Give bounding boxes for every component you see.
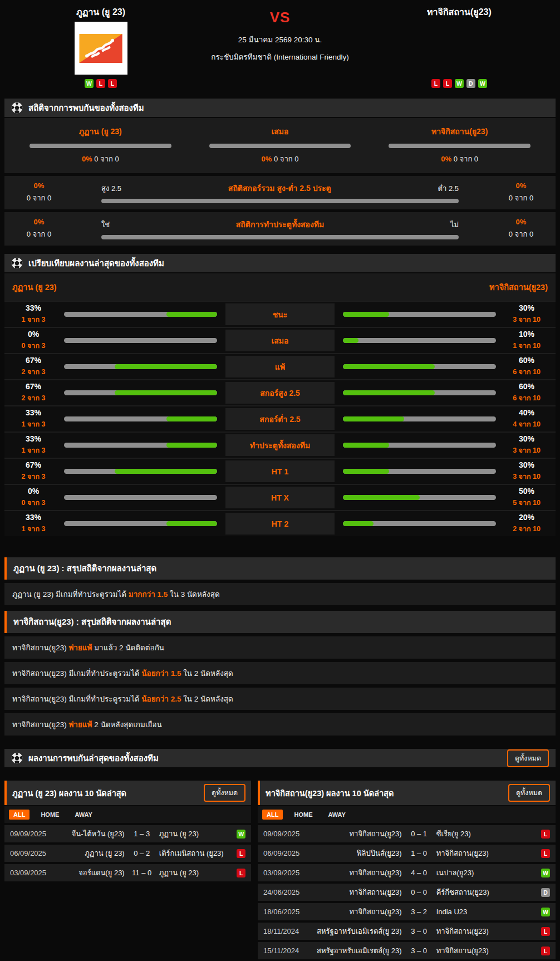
match-preview-page: ภูฏาน (ยู 23) WLL VS 25 มีนาคม 2569 [0,0,560,961]
result-badge-w: W [478,79,487,88]
view-all-h2h-button[interactable]: ดูทั้งหมด [507,749,549,767]
away-summary-title: ทาจิกิสถาน(ยู23) : สรุปสถิติจากผลงานล่าส… [4,611,556,633]
compare-row: 0%0 จาก 3 HT X 50%5 จาก 10 [4,484,556,510]
h2h-count: 0 จาก 0 [274,155,298,163]
compare-stat-label: สกอร์สูง 2.5 [225,382,335,404]
band-right-stat: 0%0 จาก 0 [494,218,548,240]
away-summary-rows: ทาจิกิสถาน(ยู23) พ่ายแพ้ มาแล้ว 2 นัดติด… [4,636,556,736]
match-row: 18/11/2024 สหรัฐอาหรับเอมิเรตส์(ยู 23) 3… [258,923,556,940]
view-all-home-button[interactable]: ดูทั้งหมด [204,784,245,802]
match-score: 0 – 1 [406,830,432,838]
match-info: VS 25 มีนาคม 2569 20:30 น. กระชับมิตรทีม… [180,7,380,88]
compare-stat-label: เสมอ [225,330,335,351]
progress-bar-track [389,144,530,148]
home-stat: 0%0 จาก 3 [11,330,56,351]
progress-bar-track [209,144,351,148]
compare-row: 0%0 จาก 3 เสมอ 10%1 จาก 10 [4,327,556,353]
band-right-stat: 0%0 จาก 0 [494,182,548,204]
match-score: 3 – 0 [406,947,432,955]
h2h-column: เสมอ 0% 0 จาก 0 [209,125,351,165]
h2h-column: ภูฏาน (ยู 23) 0% 0 จาก 0 [30,125,171,165]
away-stat: 60%6 จาก 10 [504,382,549,404]
home-progress-bar [64,312,217,317]
home-team-name: ภูฏาน (ยู 23) [76,7,125,18]
h2h-count: 0 จาก 0 [454,155,478,163]
home-progress-bar [64,495,217,500]
home-progress-bar [64,469,217,474]
band-left-stat: 0%0 จาก 0 [12,182,66,204]
band-left-stat: 0%0 จาก 0 [12,218,66,240]
home-progress-bar [64,364,217,369]
match-row: 24/06/2025 ทาจิกิสถาน(ยู23) 0 – 0 คีร์กี… [258,884,556,901]
home-stat: 67%2 จาก 3 [11,382,56,404]
h2h-percent: 0% [441,155,451,163]
tab-home[interactable]: HOME [36,810,63,820]
match-away-team: ภูฏาน (ยู 23) [159,867,229,879]
away-recent-header: ทาจิกิสถาน(ยู23) ผลงาน 10 นัดล่าสุด ดูทั… [258,781,556,805]
match-home-team: ทาจิกิสถาน(ยู23) [317,867,402,879]
match-header: ภูฏาน (ยู 23) WLL VS 25 มีนาคม 2569 [4,0,556,90]
result-badge-l: L [237,869,245,877]
vs-label: VS [270,9,291,26]
away-stat: 10%1 จาก 10 [504,330,549,351]
away-stat: 30%3 จาก 10 [504,460,549,482]
result-badge-l: L [443,79,452,88]
away-stat: 20%2 จาก 10 [504,513,549,535]
compare-stat-label: แพ้ [225,356,335,377]
match-home-team: สหรัฐอาหรับเอมิเรตส์(ยู 23) [317,925,402,937]
home-progress-bar [64,338,217,343]
home-stat: 67%2 จาก 3 [11,356,56,377]
result-badge-l: L [541,830,550,839]
away-progress-bar [343,338,496,343]
match-away-team: ทาจิกิสถาน(ยู23) [436,945,533,957]
away-stat: 30%3 จาก 10 [504,303,549,325]
result-badge-l: L [541,927,550,936]
tab-all[interactable]: ALL [9,810,30,820]
result-badge-d: D [541,888,550,897]
tab-home[interactable]: HOME [289,810,317,820]
result-badge-w: W [455,79,464,88]
match-away-team: ซีเรีย(ยู 23) [436,828,533,840]
away-progress-bar [343,390,496,395]
match-away-team: เติร์กเมนิสถาน (ยู23) [159,847,229,859]
tab-away[interactable]: AWAY [70,810,96,820]
away-stat: 30%3 จาก 10 [504,434,549,456]
h2h-percent: 0% [82,155,92,163]
compare-team-names: ภูฏาน (ยู 23) ทาจิกิสถาน(ยู23) [4,273,556,301]
away-recent-tabs: ALL HOME AWAY [258,806,556,823]
match-score: 4 – 0 [406,869,432,877]
progress-bar-track [101,199,459,203]
away-progress-bar [343,416,496,421]
progress-bar-track [30,144,171,148]
away-stat: 60%6 จาก 10 [504,356,549,377]
compare-panel-header: เปรียบเทียบผลงานล่าสุดของทั้งสองทีม [4,254,556,272]
summary-row: ทาจิกิสถาน(ยู23) มีเกมที่ทำประตูรวมได้ น… [4,688,556,710]
home-stat: 33%1 จาก 3 [11,408,56,430]
h2h-panel-title: สถิติจากการพบกันของทั้งสองทีม [28,101,144,115]
match-row: 18/06/2025 ทาจิกิสถาน(ยู23) 3 – 2 India … [258,903,556,920]
away-progress-bar [343,312,496,317]
away-team-block: ทาจิกิสถาน(ยู23) LLWDW [380,7,539,88]
h2h-column-label: ทาจิกิสถาน(ยู23) [389,125,530,138]
compare-row: 67%2 จาก 3 HT 1 30%3 จาก 10 [4,458,556,484]
result-badge-d: D [466,79,475,88]
compare-stat-label: สกอร์ต่ำ 2.5 [225,408,335,430]
tab-all[interactable]: ALL [262,810,283,820]
match-home-team: ทาจิกิสถาน(ยู23) [317,906,402,918]
highlighted-stat: พ่ายแพ้ [68,644,92,652]
football-icon [11,102,23,114]
result-badge-w: W [85,79,94,88]
h2h-column-label: เสมอ [209,125,351,138]
match-score: 1 – 3 [129,830,155,838]
highlighted-stat: มากกว่า 1.5 [129,590,168,599]
home-summary-rows: ภูฏาน (ยู 23) มีเกมที่ทำประตูรวมได้ มากก… [4,583,556,605]
band-left-label: ใช่ [101,219,110,231]
view-all-away-button[interactable]: ดูทั้งหมด [508,784,550,802]
band-title: สถิติสกอร์รวม สูง-ต่ำ 2.5 ประตู [121,182,438,194]
match-home-team: ทาจิกิสถาน(ยู23) [317,886,402,898]
home-summary-title: ภูฏาน (ยู 23) : สรุปสถิติจากผลงานล่าสุด [4,557,556,580]
match-date: 06/09/2025 [10,849,59,857]
tab-away[interactable]: AWAY [323,810,350,820]
h2h-results-title: ผลงานการพบกันล่าสุดของทั้งสองทีม [28,752,159,765]
band-left-label: สูง 2.5 [101,183,121,194]
